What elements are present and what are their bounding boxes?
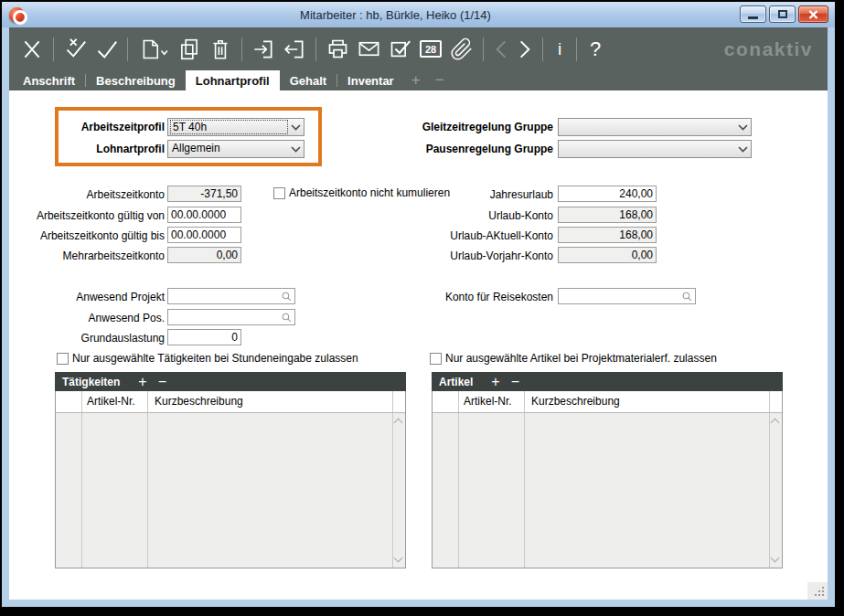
attachment-button[interactable]	[446, 32, 477, 67]
tasks-button[interactable]	[384, 32, 415, 67]
mehrarbeitszeitkonto-field[interactable]: 0,00	[167, 247, 241, 263]
taetigkeiten-table-body[interactable]	[56, 413, 405, 568]
gueltig-von-field[interactable]: 00.00.0000	[167, 207, 241, 223]
prev-record-button[interactable]	[489, 32, 513, 67]
anwesend-pos-field[interactable]	[167, 309, 295, 325]
pausenregelung-label: Pausenregelung Gruppe	[320, 141, 553, 157]
export-icon	[283, 37, 306, 61]
tab-anschrift[interactable]: Anschrift	[13, 70, 85, 90]
cancel-icon	[20, 37, 44, 61]
add-row-button[interactable]: +	[133, 375, 152, 389]
print-button[interactable]	[322, 32, 353, 67]
next-record-icon	[515, 37, 535, 61]
lohnartprofil-select[interactable]: Allgemein	[167, 140, 304, 158]
email-button[interactable]	[353, 32, 384, 67]
close-button[interactable]	[798, 5, 828, 23]
titlebar[interactable]: Mitarbeiter : hb, Bürkle, Heiko (1/14)	[2, 2, 835, 27]
artikel-column-headers: Artikel-Nr. Kurzbeschreibung	[433, 391, 782, 413]
artikel-table-header: Artikel + −	[432, 372, 783, 391]
toolbar-separator	[315, 37, 316, 61]
search-icon[interactable]	[281, 312, 293, 324]
resize-grip[interactable]	[807, 582, 828, 600]
remove-row-button[interactable]: −	[506, 375, 525, 389]
help-button[interactable]: ?	[582, 32, 608, 67]
chevron-down-icon	[288, 141, 304, 157]
nur-artikel-checkbox[interactable]	[430, 353, 442, 365]
tab-gehalt[interactable]: Gehalt	[280, 70, 337, 90]
minimize-button[interactable]	[740, 5, 766, 23]
nur-taetigkeiten-label: Nur ausgewählte Tätigkeiten bei Stundene…	[72, 352, 358, 366]
lohnartprofil-value: Allgemein	[170, 142, 288, 156]
urlaub-aktuell-konto-field[interactable]: 168,00	[558, 227, 657, 243]
nur-taetigkeiten-checkbox[interactable]	[57, 353, 69, 365]
arbeitszeitkonto-label: Arbeitszeitkonto	[9, 186, 165, 203]
arbeitszeitprofil-select[interactable]: 5T 40h	[167, 118, 304, 136]
add-row-button[interactable]: +	[486, 375, 505, 389]
maximize-button[interactable]	[769, 5, 796, 23]
cancel-button[interactable]	[16, 32, 48, 67]
scroll-up-icon[interactable]	[771, 419, 780, 428]
search-icon[interactable]	[681, 291, 693, 303]
toolbar-separator	[483, 37, 484, 61]
calendar-icon: 28	[420, 40, 442, 58]
anwesend-projekt-field[interactable]	[167, 288, 295, 304]
export-button[interactable]	[279, 32, 310, 67]
add-tab-button[interactable]: +	[404, 70, 428, 90]
reisekosten-label: Konto für Reisekosten	[320, 289, 553, 305]
column-header-kurzbeschreibung[interactable]: Kurzbeschreibung	[531, 395, 620, 408]
arbeitszeitkonto-field[interactable]: -371,50	[167, 186, 241, 202]
grundauslastung-field[interactable]: 0	[167, 329, 241, 345]
column-header-artikel-nr[interactable]: Artikel-Nr.	[87, 395, 135, 408]
toolbar-separator	[542, 37, 543, 61]
gueltig-von-label: Arbeitszeitkonto gültig von	[9, 207, 165, 224]
delete-button[interactable]	[205, 32, 236, 67]
reisekosten-field[interactable]	[558, 288, 696, 304]
remove-tab-button[interactable]: −	[428, 70, 452, 90]
next-record-button[interactable]	[513, 32, 537, 67]
close-icon	[808, 10, 818, 19]
attachment-icon	[450, 37, 474, 61]
duplicate-button[interactable]	[174, 32, 205, 67]
column-header-artikel-nr[interactable]: Artikel-Nr.	[464, 395, 512, 408]
minimize-icon	[748, 16, 758, 19]
chevron-down-icon	[735, 119, 751, 135]
scroll-down-icon[interactable]	[771, 554, 780, 563]
scroll-down-icon[interactable]	[394, 554, 403, 563]
info-button[interactable]: i	[549, 32, 571, 67]
toolbar-separator	[127, 37, 128, 61]
app-icon	[9, 7, 25, 23]
window-controls	[740, 5, 828, 23]
conaktiv-logo: conaktiv	[724, 38, 813, 60]
jahresurlaub-field[interactable]: 240,00	[558, 186, 657, 202]
urlaub-konto-field[interactable]: 168,00	[558, 207, 657, 223]
remove-row-button[interactable]: −	[153, 375, 172, 389]
taetigkeiten-table-grid: Artikel-Nr. Kurzbeschreibung	[55, 391, 406, 568]
grundauslastung-label: Grundauslastung	[9, 330, 165, 346]
column-header-kurzbeschreibung[interactable]: Kurzbeschreibung	[155, 395, 243, 408]
new-record-button[interactable]	[134, 32, 174, 67]
help-icon: ?	[590, 40, 601, 58]
calendar-button[interactable]: 28	[415, 32, 446, 67]
arbeitszeitprofil-label: Arbeitszeitprofil	[9, 119, 165, 135]
gleitzeitregelung-select[interactable]	[558, 118, 752, 136]
scroll-up-icon[interactable]	[394, 419, 403, 428]
gueltig-bis-field[interactable]: 00.00.0000	[167, 227, 241, 243]
gleitzeitregelung-value	[561, 120, 735, 134]
search-icon[interactable]	[281, 291, 293, 303]
import-button[interactable]	[248, 32, 279, 67]
new-record-icon	[138, 37, 169, 61]
confirm-button[interactable]	[91, 32, 122, 67]
pausenregelung-select[interactable]	[558, 140, 752, 158]
urlaub-konto-label: Urlaub-Konto	[320, 207, 553, 224]
nicht-kumulieren-checkbox[interactable]	[273, 187, 285, 199]
import-icon	[251, 37, 275, 61]
tab-lohnartprofil[interactable]: Lohnartprofil	[186, 70, 280, 90]
print-icon	[326, 37, 350, 61]
tab-beschreibung[interactable]: Beschreibung	[86, 70, 186, 90]
anwesend-projekt-label: Anwesend Projekt	[9, 289, 165, 305]
tab-inventar[interactable]: Inventar	[337, 70, 404, 90]
urlaub-vorjahr-konto-field[interactable]: 0,00	[558, 247, 657, 263]
save-close-button[interactable]	[59, 32, 91, 67]
tab-bar: Anschrift Beschreibung Lohnartprofil Geh…	[9, 70, 828, 90]
artikel-table-body[interactable]	[433, 413, 782, 568]
